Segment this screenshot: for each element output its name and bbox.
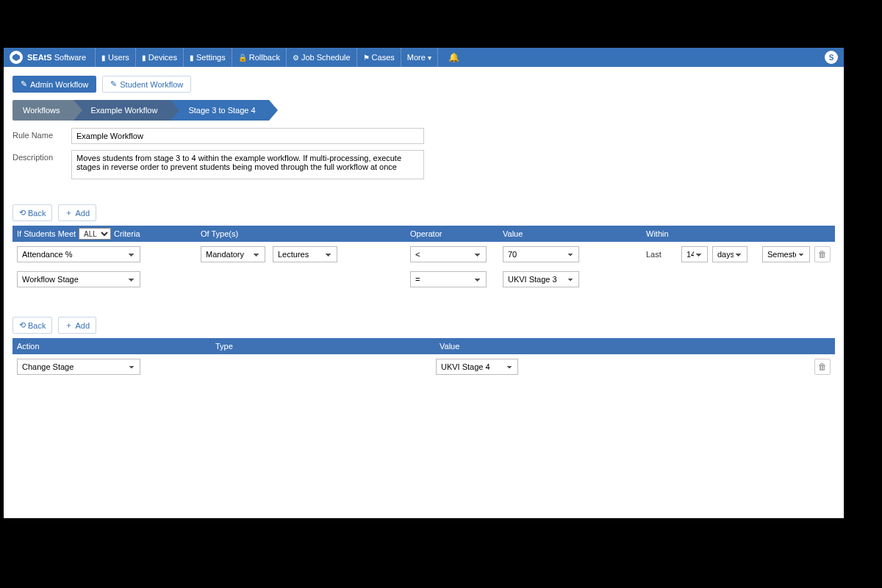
nav-rollback[interactable]: 🔒Rollback: [232, 48, 286, 67]
criteria-add-button[interactable]: ＋Add: [58, 204, 96, 221]
criteria-field-select[interactable]: Attendance %: [17, 246, 140, 262]
within-range-select[interactable]: Semester: [762, 246, 810, 262]
brand-text: SEAtS Software: [27, 53, 86, 62]
workflow-tabs: ✎Admin Workflow ✎Student Workflow: [12, 76, 835, 93]
bell-icon: 🔔: [444, 52, 464, 62]
nav-users[interactable]: ▮Users: [95, 48, 135, 67]
criteria-row: Attendance % Mandatory Lectures < 70 Las…: [12, 242, 835, 267]
top-navbar: SEAtS Software ▮Users ▮Devices ▮Settings…: [4, 48, 844, 67]
hdr-criteria: Criteria: [114, 229, 140, 238]
criteria-type1-select[interactable]: Mandatory: [201, 246, 265, 262]
rule-name-input[interactable]: [71, 128, 424, 144]
trash-icon: 🗑: [818, 362, 827, 372]
hdr-action: Action: [12, 342, 211, 351]
crumb-example-workflow[interactable]: Example Workflow: [74, 100, 171, 121]
plus-icon: ＋: [65, 320, 73, 331]
actions-header: Action Type Value: [12, 338, 835, 354]
lock-icon: 🔒: [238, 54, 247, 62]
gears-icon: ⚙: [293, 54, 299, 62]
nav-settings[interactable]: ▮Settings: [183, 48, 232, 67]
action-value-select[interactable]: UKVI Stage 4: [436, 359, 518, 375]
criteria-back-button[interactable]: ⟲Back: [12, 204, 52, 221]
plus-icon: ＋: [65, 207, 73, 218]
nav-notifications[interactable]: 🔔: [437, 48, 470, 67]
user-avatar[interactable]: S: [825, 51, 838, 64]
tab-admin-workflow[interactable]: ✎Admin Workflow: [12, 76, 96, 93]
settings-icon: ▮: [190, 54, 194, 62]
within-last-label: Last: [646, 250, 662, 259]
hdr-action-value: Value: [435, 342, 813, 351]
nav-devices[interactable]: ▮Devices: [135, 48, 183, 67]
back-icon: ⟲: [19, 320, 26, 330]
hdr-value: Value: [498, 229, 642, 238]
criteria-operator-select[interactable]: <: [410, 246, 487, 262]
back-icon: ⟲: [19, 208, 26, 218]
logo-icon: [10, 51, 23, 64]
actions-back-button[interactable]: ⟲Back: [12, 317, 52, 334]
flag-icon: ⚑: [363, 54, 370, 62]
hdr-within: Within: [642, 229, 813, 238]
criteria-operator-select[interactable]: =: [410, 271, 487, 287]
edit-icon: ✎: [21, 79, 27, 89]
actions-add-button[interactable]: ＋Add: [58, 317, 96, 334]
nav-job-schedule[interactable]: ⚙Job Schedule: [286, 48, 356, 67]
nav-more[interactable]: More▾: [401, 48, 437, 67]
trash-icon: 🗑: [818, 249, 827, 259]
hdr-type: Of Type(s): [196, 229, 406, 238]
within-unit-select[interactable]: days: [712, 246, 747, 262]
criteria-field-select[interactable]: Workflow Stage: [17, 271, 140, 287]
edit-icon: ✎: [110, 79, 117, 89]
hdr-action-type: Type: [211, 342, 435, 351]
tab-student-workflow[interactable]: ✎Student Workflow: [102, 76, 191, 93]
action-delete-button[interactable]: 🗑: [814, 359, 831, 375]
criteria-header: If Students Meet ALL Criteria Of Type(s)…: [12, 226, 835, 242]
devices-icon: ▮: [142, 54, 146, 62]
criteria-delete-button[interactable]: 🗑: [814, 246, 831, 262]
hdr-meet: If Students Meet: [17, 229, 76, 238]
nav-items: ▮Users ▮Devices ▮Settings 🔒Rollback ⚙Job…: [95, 48, 470, 67]
within-number-select[interactable]: 14: [681, 246, 708, 262]
crumb-stage[interactable]: Stage 3 to Stage 4: [171, 100, 268, 121]
rule-name-label: Rule Name: [12, 128, 71, 140]
criteria-value-select[interactable]: UKVI Stage 3: [503, 271, 579, 287]
crumb-workflows[interactable]: Workflows: [12, 100, 74, 121]
brand-logo[interactable]: SEAtS Software: [10, 51, 95, 64]
caret-down-icon: ▾: [428, 54, 431, 62]
criteria-all-select[interactable]: ALL: [79, 228, 111, 240]
action-row: Change Stage UKVI Stage 4 🗑: [12, 354, 835, 379]
criteria-row: Workflow Stage = UKVI Stage 3: [12, 267, 835, 292]
criteria-value-select[interactable]: 70: [503, 246, 579, 262]
nav-cases[interactable]: ⚑Cases: [356, 48, 401, 67]
action-select[interactable]: Change Stage: [17, 359, 140, 375]
users-icon: ▮: [101, 54, 106, 62]
description-label: Description: [12, 150, 71, 162]
description-input[interactable]: Moves students from stage 3 to 4 within …: [71, 150, 424, 179]
breadcrumb: Workflows Example Workflow Stage 3 to St…: [12, 100, 835, 121]
hdr-operator: Operator: [406, 229, 498, 238]
criteria-type2-select[interactable]: Lectures: [273, 246, 337, 262]
